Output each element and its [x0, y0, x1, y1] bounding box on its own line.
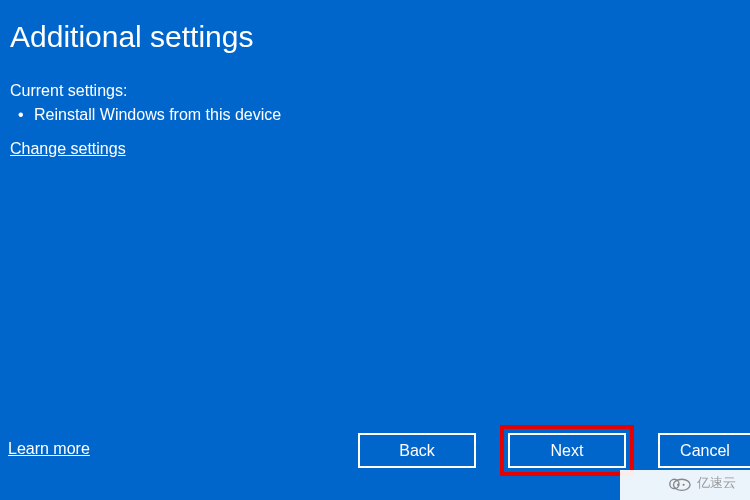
- next-button[interactable]: Next: [508, 433, 626, 468]
- change-settings-link[interactable]: Change settings: [10, 140, 126, 158]
- next-button-highlight: Next: [500, 425, 634, 476]
- settings-list: Reinstall Windows from this device: [10, 106, 740, 124]
- watermark: 亿速云: [663, 472, 740, 494]
- cancel-button[interactable]: Cancel: [658, 433, 750, 468]
- current-settings-heading: Current settings:: [10, 82, 740, 100]
- button-row: Back Next Cancel: [358, 433, 750, 468]
- svg-point-2: [677, 484, 679, 486]
- watermark-text: 亿速云: [697, 474, 736, 492]
- svg-point-3: [683, 484, 685, 486]
- settings-list-item: Reinstall Windows from this device: [16, 106, 740, 124]
- cloud-icon: [667, 474, 691, 492]
- back-button[interactable]: Back: [358, 433, 476, 468]
- page-title: Additional settings: [10, 20, 740, 54]
- learn-more-link[interactable]: Learn more: [8, 440, 90, 458]
